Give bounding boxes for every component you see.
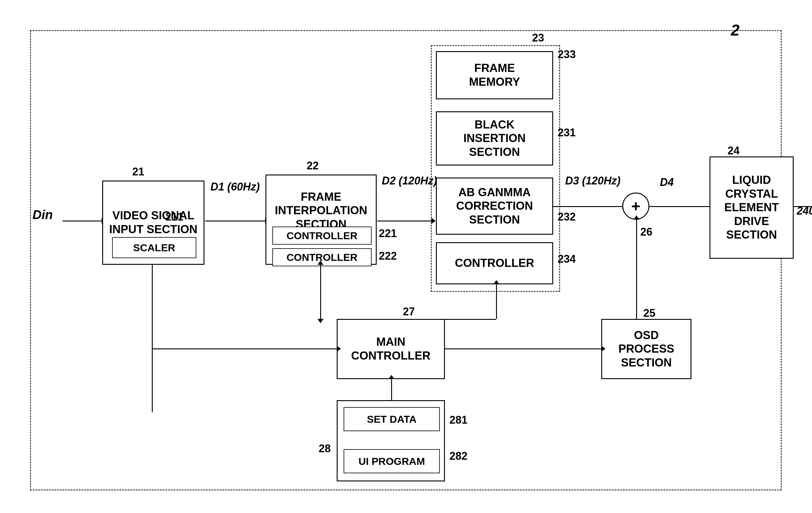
block-27-label: MAINCONTROLLER xyxy=(351,335,431,362)
ref-26: 26 xyxy=(640,226,652,238)
block-2-label: 2 xyxy=(731,21,740,39)
block-22: FRAMEINTERPOLATIONSECTION CONTROLLER CON… xyxy=(265,174,377,265)
setdata-label: SET DATA xyxy=(367,413,417,426)
arrow-din-to-21 xyxy=(62,220,102,221)
block-233-label: FRAMEMEMORY xyxy=(469,61,520,89)
ref-231: 231 xyxy=(558,126,576,139)
block-24: LIQUIDCRYSTALELEMENTDRIVESECTION xyxy=(709,157,794,259)
ref-222: 222 xyxy=(379,250,397,262)
d3-label: D3 (120Hz) xyxy=(565,174,620,187)
arrow-adder-to-24 xyxy=(649,206,709,207)
ref-22: 22 xyxy=(307,159,319,172)
arrow-27-to-234-v xyxy=(496,284,497,319)
arrow-24-out xyxy=(794,206,812,207)
block-232-label: AB GANMMACORRECTIONSECTION xyxy=(456,186,533,227)
din-label: Din xyxy=(32,208,53,222)
arrow-22-down xyxy=(320,265,321,319)
ref-234: 234 xyxy=(558,253,576,265)
d4-label: D4 xyxy=(660,176,674,189)
block-234-label: CONTROLLER xyxy=(455,256,534,270)
d1-label: D1 (60Hz) xyxy=(210,181,260,193)
arrow-27-to-234-h xyxy=(445,319,496,320)
arrow-osd-connect xyxy=(636,319,637,320)
arrow-27-to-25 xyxy=(445,348,601,349)
block-28-outer: SET DATA UI PROGRAM xyxy=(337,400,445,481)
arrow-22-to-23 xyxy=(377,220,431,221)
d2-label: D2 (120Hz) xyxy=(382,174,437,187)
block-233: FRAMEMEMORY xyxy=(436,51,553,99)
arrow-21-to-22 xyxy=(205,220,265,221)
block-25: OSDPROCESSSECTION xyxy=(601,319,691,379)
ref-233: 233 xyxy=(558,48,576,61)
block-25-label: OSDPROCESSSECTION xyxy=(618,329,674,370)
ref-27: 27 xyxy=(403,305,415,318)
block-234: CONTROLLER xyxy=(436,242,553,284)
block-22-sub1: CONTROLLER xyxy=(272,226,372,245)
block-21-scaler: SCALER xyxy=(112,237,196,258)
block-22-label: FRAMEINTERPOLATIONSECTION xyxy=(275,190,367,232)
uiprogram-label: UI PROGRAM xyxy=(359,455,425,467)
ref-211: 211 xyxy=(165,211,183,223)
ref-21: 21 xyxy=(132,165,144,178)
ref-282: 282 xyxy=(450,450,467,462)
block-28-uiprogram: UI PROGRAM xyxy=(344,449,440,473)
block-22-controller-top: CONTROLLER xyxy=(287,230,357,242)
arrow-28-to-27 xyxy=(391,379,392,400)
diagram: 2 Din VIDEO SIGNALINPUT SECTION SCALER 2… xyxy=(12,12,800,500)
block-231: BLACKINSERTIONSECTION xyxy=(436,111,553,165)
block-21: VIDEO SIGNALINPUT SECTION SCALER xyxy=(102,181,204,265)
ref-24: 24 xyxy=(727,144,740,157)
block-24-label: LIQUIDCRYSTALELEMENTDRIVESECTION xyxy=(724,173,779,242)
block-232: AB GANMMACORRECTIONSECTION xyxy=(436,178,553,235)
arrow-21-to-27-h xyxy=(152,348,337,349)
ref-28: 28 xyxy=(319,442,331,455)
block-28-setdata: SET DATA xyxy=(344,407,440,431)
arrow-osd-to-adder xyxy=(636,220,637,319)
arrow-232-to-adder xyxy=(553,206,622,207)
scaler-label: SCALER xyxy=(133,242,175,254)
arrow-21-to-27-v xyxy=(152,265,153,412)
ref-281: 281 xyxy=(450,414,467,426)
block-231-label: BLACKINSERTIONSECTION xyxy=(464,118,526,159)
ref-23: 23 xyxy=(532,32,544,44)
block-27: MAINCONTROLLER xyxy=(337,319,445,379)
ref-221: 221 xyxy=(379,227,397,240)
ref-232: 232 xyxy=(558,211,576,223)
block-21-label: VIDEO SIGNALINPUT SECTION xyxy=(109,209,197,236)
ref-25: 25 xyxy=(643,307,656,320)
